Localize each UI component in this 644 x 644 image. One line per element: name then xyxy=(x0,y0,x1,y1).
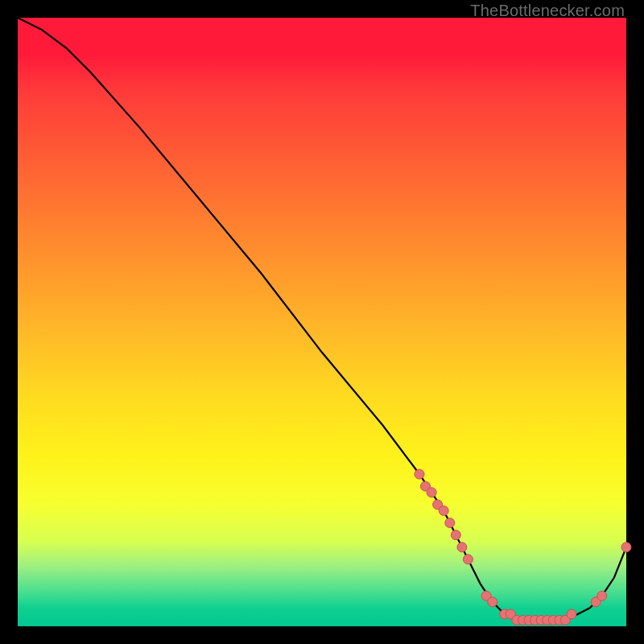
data-point xyxy=(457,543,467,552)
data-point xyxy=(463,555,473,564)
data-point xyxy=(439,506,448,515)
chart-overlay xyxy=(18,18,626,626)
chart-curve xyxy=(18,18,626,620)
chart-markers xyxy=(415,469,631,625)
data-point xyxy=(451,530,460,540)
data-point xyxy=(621,543,631,552)
data-point xyxy=(488,597,497,607)
data-point xyxy=(445,518,455,528)
data-point xyxy=(567,609,576,619)
chart-stage: TheBottlenecker.com xyxy=(0,0,644,644)
data-point xyxy=(415,469,424,479)
data-point xyxy=(597,591,607,601)
data-point xyxy=(427,488,436,497)
